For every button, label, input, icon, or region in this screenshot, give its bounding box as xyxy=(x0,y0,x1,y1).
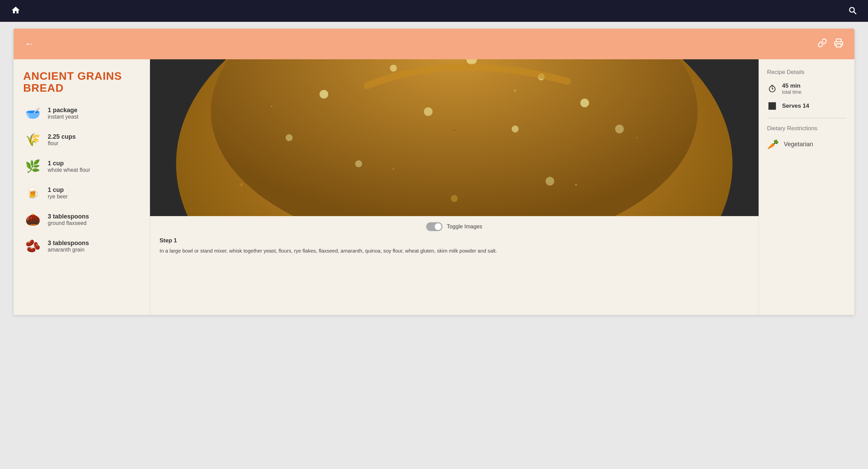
list-item: 🫘 3 tablespoons amaranth grain xyxy=(23,237,140,256)
toggle-row: Toggle Images xyxy=(150,216,759,237)
svg-point-15 xyxy=(451,195,458,202)
bread-image xyxy=(150,59,759,216)
recipe-title: ANCIENT GRAINS BREAD xyxy=(23,70,140,94)
svg-point-10 xyxy=(424,107,433,116)
list-item: 🥣 1 package instant yeast xyxy=(23,104,140,123)
print-icon[interactable] xyxy=(834,38,843,50)
svg-point-12 xyxy=(615,125,624,134)
list-item: 🍺 1 cup rye beer xyxy=(23,183,140,202)
search-icon[interactable] xyxy=(848,5,857,16)
yeast-icon: 🥣 xyxy=(23,104,42,123)
svg-point-7 xyxy=(538,73,544,80)
dietary-title: Dietary Restrictions xyxy=(767,125,846,132)
wheat-flour-icon: 🌿 xyxy=(23,157,42,176)
timer-icon xyxy=(767,84,777,94)
svg-point-8 xyxy=(580,99,589,107)
rye-beer-icon: 🍺 xyxy=(23,183,42,202)
ingredient-amount: 1 package xyxy=(48,107,78,114)
list-item: 🌰 3 tablespoons ground flaxseed xyxy=(23,210,140,229)
svg-point-11 xyxy=(512,125,519,132)
bread-svg xyxy=(150,59,759,216)
svg-point-13 xyxy=(355,160,362,167)
panel-divider xyxy=(767,118,846,118)
toggle-images-label: Toggle Images xyxy=(447,224,482,230)
svg-point-14 xyxy=(545,177,554,186)
svg-point-5 xyxy=(390,65,397,72)
list-item: 🌿 1 cup whole wheat flour xyxy=(23,157,140,176)
ingredient-name: ground flaxseed xyxy=(48,220,89,226)
steps-section: Step 1 In a large bowl or stand mixer, w… xyxy=(150,237,759,264)
svg-rect-0 xyxy=(836,44,841,47)
center-panel: Toggle Images Step 1 In a large bowl or … xyxy=(150,59,759,315)
ingredient-text: 1 cup rye beer xyxy=(48,186,68,200)
ingredient-name: instant yeast xyxy=(48,114,78,120)
top-navigation xyxy=(0,0,868,22)
ingredient-text: 3 tablespoons ground flaxseed xyxy=(48,213,89,226)
ingredient-text: 2.25 cups flour xyxy=(48,133,76,147)
ingredient-amount: 3 tablespoons xyxy=(48,213,89,220)
link-icon[interactable] xyxy=(818,38,827,50)
svg-point-6 xyxy=(466,59,477,65)
flour-icon: 🌾 xyxy=(23,130,42,149)
back-button[interactable]: ← xyxy=(25,39,34,49)
recipe-container: ← ANCIENT GRAINS BREAD xyxy=(14,29,854,315)
time-sub: total time xyxy=(782,89,802,95)
ingredient-name: amaranth grain xyxy=(48,247,89,253)
header-actions xyxy=(818,38,843,50)
dietary-item: 🥕 Vegetarian xyxy=(767,139,846,150)
toggle-images-switch[interactable] xyxy=(426,222,443,231)
list-item: 🌾 2.25 cups flour xyxy=(23,130,140,149)
svg-rect-1 xyxy=(150,59,759,216)
serves-square-icon xyxy=(768,102,776,110)
ingredient-text: 3 tablespoons amaranth grain xyxy=(48,240,89,253)
serves-icon xyxy=(767,101,777,111)
header-bar: ← xyxy=(14,29,854,59)
time-text: 45 min total time xyxy=(782,82,802,95)
ingredient-text: 1 package instant yeast xyxy=(48,107,78,120)
step-title: Step 1 xyxy=(160,237,749,244)
serves-label: Serves 14 xyxy=(782,103,809,109)
ingredient-amount: 2.25 cups xyxy=(48,133,76,140)
flaxseed-icon: 🌰 xyxy=(23,210,42,229)
content-area: ANCIENT GRAINS BREAD 🥣 1 package instant… xyxy=(14,59,854,315)
right-panel: Recipe Details 45 min total time xyxy=(759,59,854,315)
svg-point-2 xyxy=(176,59,733,216)
recipe-details-title: Recipe Details xyxy=(767,69,846,76)
ingredient-list: 🥣 1 package instant yeast 🌾 2.25 cups fl… xyxy=(23,104,140,256)
step-text: In a large bowl or stand mixer, whisk to… xyxy=(160,247,749,255)
ingredient-name: rye beer xyxy=(48,194,68,200)
amaranth-icon: 🫘 xyxy=(23,237,42,256)
serves-text: Serves 14 xyxy=(782,103,809,109)
ingredient-amount: 3 tablespoons xyxy=(48,240,89,247)
left-panel: ANCIENT GRAINS BREAD 🥣 1 package instant… xyxy=(14,59,150,315)
vegetarian-icon: 🥕 xyxy=(767,139,779,150)
dietary-label: Vegetarian xyxy=(784,141,813,148)
svg-point-3 xyxy=(211,59,698,216)
svg-point-4 xyxy=(319,90,328,99)
ingredient-amount: 1 cup xyxy=(48,160,90,167)
ingredient-name: whole wheat flour xyxy=(48,167,90,173)
time-detail: 45 min total time xyxy=(767,82,846,95)
food-image xyxy=(150,59,759,216)
ingredient-text: 1 cup whole wheat flour xyxy=(48,160,90,173)
ingredient-name: flour xyxy=(48,140,76,147)
home-icon[interactable] xyxy=(11,5,20,16)
ingredient-amount: 1 cup xyxy=(48,186,68,194)
svg-point-9 xyxy=(286,134,293,141)
time-main: 45 min xyxy=(782,82,802,89)
serves-detail: Serves 14 xyxy=(767,101,846,111)
